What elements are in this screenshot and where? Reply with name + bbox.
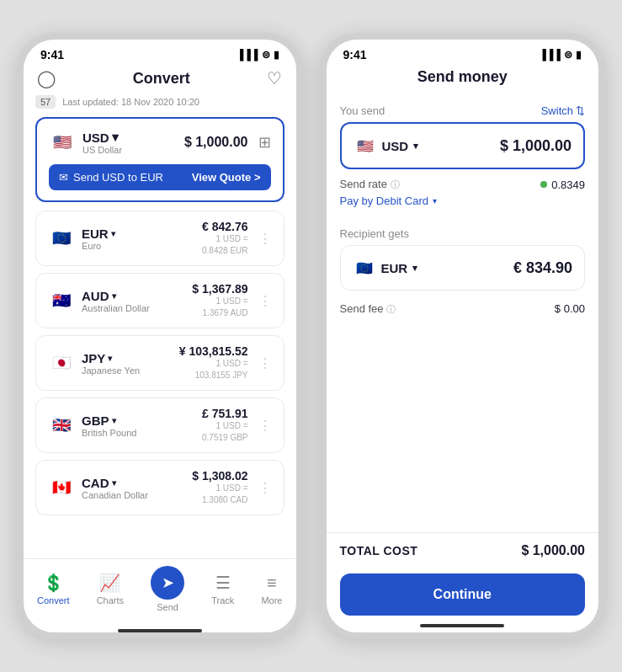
aud-info: AUD ▾ Australian Dollar [82,289,150,313]
aud-amount-col: $ 1,367.89 1 USD =1.3679 AUD [192,282,247,319]
gbp-name: British Pound [82,428,136,438]
send-bar-left: ✉ Send USD to EUR [59,171,163,184]
aud-more-icon[interactable]: ⋮ [258,293,272,309]
recipient-amount: € 834.90 [513,259,572,277]
send-fee-label: Send fee ⓘ [340,302,396,316]
eur-code[interactable]: EUR ▾ [82,227,115,241]
you-send-input-box[interactable]: 🇺🇸 USD ▾ $ 1,000.00 [340,122,586,169]
send-nav-circle[interactable]: ➤ [151,566,184,600]
recipient-currency-dropdown-icon[interactable]: ▾ [412,263,417,274]
currency-left-aud: 🇦🇺 AUD ▾ Australian Dollar [48,287,150,314]
nav-charts[interactable]: 📈 Charts [97,573,124,605]
gbp-code[interactable]: GBP ▾ [82,413,136,428]
recipient-gets-box[interactable]: 🇪🇺 EUR ▾ € 834.90 [340,245,586,291]
battery-icon-2: ▮ [576,49,582,61]
eur-name: Euro [82,241,115,251]
nav-send[interactable]: ➤ Send [151,566,184,612]
jpy-more-icon[interactable]: ⋮ [258,355,272,371]
cad-amount-area: $ 1,308.02 1 USD =1.3080 CAD ⋮ [192,469,271,506]
jpy-info: JPY ▾ Japanese Yen [82,351,140,376]
currency-card-eur[interactable]: 🇪🇺 EUR ▾ Euro € 842.76 1 USD =0.8428 EUR… [35,211,284,266]
send-fee-row: Send fee ⓘ $ 0.00 [340,299,586,319]
usd-flag: 🇺🇸 [49,129,76,156]
continue-button[interactable]: Continue [340,573,586,616]
currency-left-eur: 🇪🇺 EUR ▾ Euro [48,225,115,252]
switch-label: Switch [541,104,573,117]
currency-left-gbp: 🇬🇧 GBP ▾ British Pound [48,412,136,439]
currency-card-jpy[interactable]: 🇯🇵 JPY ▾ Japanese Yen ¥ 103,815.52 1 USD… [35,335,284,391]
eur-more-icon[interactable]: ⋮ [258,231,272,247]
gbp-more-icon[interactable]: ⋮ [258,418,272,434]
gbp-flag: 🇬🇧 [48,412,75,439]
nav-track[interactable]: ☰ Track [211,573,234,605]
convert-nav-icon: 💲 [43,573,64,593]
currency-left-jpy: 🇯🇵 JPY ▾ Japanese Yen [48,349,140,376]
currency-card-cad[interactable]: 🇨🇦 CAD ▾ Canadian Dollar $ 1,308.02 1 US… [35,460,284,515]
convert-nav-label: Convert [37,595,70,605]
aud-name: Australian Dollar [82,303,150,313]
cad-more-icon[interactable]: ⋮ [258,480,272,496]
calculator-icon[interactable]: ⊞ [258,133,271,152]
send-currency-selector[interactable]: 🇺🇸 USD ▾ [354,134,419,157]
bell-icon[interactable]: ♡ [267,68,282,88]
currency-left-cad: 🇨🇦 CAD ▾ Canadian Dollar [48,474,148,501]
more-nav-label: More [261,595,282,605]
gbp-dropdown-icon[interactable]: ▾ [112,416,116,425]
pay-method-row[interactable]: Pay by Debit Card ▾ [340,195,586,207]
send-screen-content: You send Switch ⇅ 🇺🇸 USD ▾ $ 1,000.00 Se… [327,93,599,532]
total-cost-row: TOTAL COST $ 1,000.00 [340,543,586,558]
cad-rate: 1 USD =1.3080 CAD [192,483,247,506]
cad-code[interactable]: CAD ▾ [82,476,148,490]
charts-nav-icon: 📈 [99,573,120,593]
track-nav-icon: ☰ [215,573,231,593]
cad-dropdown-icon[interactable]: ▾ [112,478,116,488]
cad-amount-col: $ 1,308.02 1 USD =1.3080 CAD [192,469,247,506]
send-currency-dropdown-icon[interactable]: ▾ [413,141,418,152]
send-bar-label: Send USD to EUR [73,171,163,184]
charts-nav-label: Charts [97,595,124,605]
send-rate-info-icon: ⓘ [391,179,400,189]
currency-card-aud[interactable]: 🇦🇺 AUD ▾ Australian Dollar $ 1,367.89 1 … [35,273,284,328]
send-amount-display[interactable]: $ 1,000.00 [500,137,571,155]
main-dropdown-icon[interactable]: ▾ [112,130,119,145]
currency-card-gbp[interactable]: 🇬🇧 GBP ▾ British Pound £ 751.91 1 USD =0… [35,397,284,453]
bottom-nav-convert: 💲 Convert 📈 Charts ➤ Send ☰ Track ≡ More [24,558,296,626]
send-flag-usd: 🇺🇸 [354,134,377,157]
aud-code[interactable]: AUD ▾ [82,289,150,303]
total-cost-amount: $ 1,000.00 [521,543,585,558]
pay-method-label: Pay by Debit Card [340,195,429,207]
send-icon-small: ✉ [59,171,68,184]
recipient-currency-selector[interactable]: 🇪🇺 EUR ▾ [353,256,418,280]
send-bar[interactable]: ✉ Send USD to EUR View Quote > [49,164,271,190]
more-nav-icon: ≡ [267,573,277,593]
eur-amount: € 842.76 [202,220,248,233]
jpy-code[interactable]: JPY ▾ [82,351,140,365]
jpy-dropdown-icon[interactable]: ▾ [108,354,112,363]
status-bar-1: 9:41 ▐▐▐ ⊜ ▮ [24,40,296,65]
status-time-2: 9:41 [343,48,367,61]
aud-rate: 1 USD =1.3679 AUD [192,296,247,319]
eur-flag: 🇪🇺 [48,225,75,252]
person-icon[interactable]: ◯ [37,68,56,88]
nav-convert[interactable]: 💲 Convert [37,573,70,605]
home-indicator-2 [420,624,504,627]
main-currency-card[interactable]: 🇺🇸 USD ▾ US Dollar $ 1,000.00 ⊞ [35,117,284,202]
battery-icon: ▮ [274,49,279,61]
main-currency-code[interactable]: USD ▾ [82,130,122,145]
status-icons-1: ▐▐▐ ⊜ ▮ [237,49,279,61]
send-nav-label: Send [157,602,178,612]
nav-more[interactable]: ≡ More [261,573,282,605]
aud-dropdown-icon[interactable]: ▾ [112,291,116,301]
send-rate-label: Send rate ⓘ [340,178,400,191]
home-indicator-1 [118,629,202,632]
jpy-amount: ¥ 103,815.52 [179,344,248,358]
main-amount-area: $ 1,000.00 ⊞ [184,133,271,152]
switch-btn[interactable]: Switch ⇅ [541,104,585,117]
recipient-currency-code: EUR [381,261,408,275]
pay-method-dropdown-icon[interactable]: ▾ [433,196,437,205]
gbp-amount-col: £ 751.91 1 USD =0.7519 GBP [202,407,248,444]
last-updated-bar: 57 Last updated: 18 Nov 2020 10:20 [35,95,284,109]
track-nav-label: Track [211,595,234,605]
view-quote-btn[interactable]: View Quote > [192,171,261,184]
eur-dropdown-icon[interactable]: ▾ [111,229,115,238]
